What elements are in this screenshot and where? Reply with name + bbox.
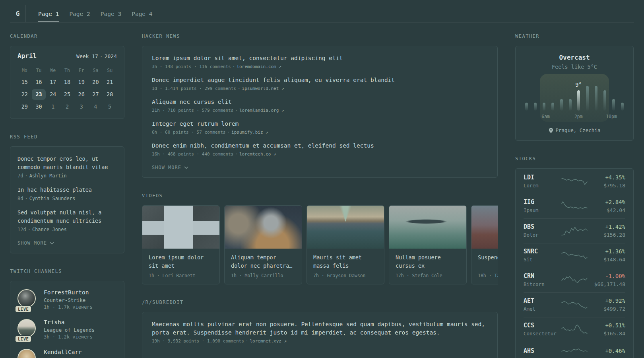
tab-page-3[interactable]: Page 3 — [101, 5, 121, 22]
stock-sparkline — [561, 324, 588, 335]
hn-item-stats: 1d · 1,414 points · 299 comments — [152, 86, 236, 91]
rss-item-author: Chance Jones — [32, 227, 67, 232]
hackernews-card: Lorem ipsum dolor sit amet, consectetur … — [142, 46, 498, 178]
tab-page-1[interactable]: Page 1 — [38, 5, 59, 22]
weather-section: WEATHER Overcast Feels like 5°C 9° 6am2p… — [515, 33, 634, 141]
section-title-videos: VIDEOS — [142, 193, 498, 198]
reddit-post-stats: 19h · 9,932 points · 1,090 comments — [152, 339, 244, 344]
calendar-day: 19 — [74, 77, 89, 88]
left-column: CALENDAR April Week 17·2024 Mo Tu We Th … — [10, 33, 124, 358]
videos-section: VIDEOS Lorem ipsum dolor sit amet consec… — [142, 193, 498, 284]
stock-values: +2.84% $42.04 — [589, 199, 625, 213]
rss-item-title[interactable]: In hac habitasse platea — [17, 186, 117, 194]
twitch-channel-name[interactable]: ForrestBurton — [44, 289, 93, 296]
rss-item-title[interactable]: Sed volutpat nulla nisl, a condimentum n… — [17, 208, 117, 225]
stock-id: CCS Consectetur — [524, 322, 560, 337]
stock-symbol: SNRC — [524, 248, 560, 255]
reddit-post-meta: 19h · 9,932 points · 1,090 comments·lore… — [152, 339, 488, 344]
rss-item-title[interactable]: Donec tempor eros leo, ut commodo mauris… — [17, 155, 117, 171]
stock-symbol: CRN — [524, 272, 560, 280]
videos-row: Lorem ipsum dolor sit amet consectetu… 1… — [142, 205, 498, 284]
stock-values: +1.42% $156.28 — [589, 224, 625, 238]
stock-change: +0.46% — [589, 348, 625, 354]
external-link-icon: ↗ — [284, 339, 287, 344]
hn-item-title[interactable]: Donec enim nibh, condimentum et accumsan… — [152, 142, 488, 150]
weather-bar — [543, 103, 545, 111]
hn-item-domain-link[interactable]: ipsumworld.net — [242, 86, 279, 91]
stock-name: Bitcorn — [524, 281, 560, 287]
section-title-weather: WEATHER — [515, 33, 634, 39]
tab-page-4[interactable]: Page 4 — [132, 5, 152, 22]
video-meta: 18h · Tara — [478, 273, 498, 278]
stock-change: +0.92% — [589, 298, 625, 304]
hn-item-domain-link[interactable]: loremtech.co — [239, 152, 271, 157]
calendar-day: 24 — [46, 89, 60, 100]
calendar-day: 17 — [46, 77, 60, 88]
stock-id: DBS Dolor — [524, 223, 560, 238]
stock-symbol: LDI — [524, 174, 560, 181]
twitch-channel-row[interactable]: LIVE KendallCarr — [17, 349, 117, 358]
live-badge: LIVE — [15, 305, 32, 313]
video-card[interactable]: Nullam posuere cursus ex 17h · Stefan Co… — [389, 205, 467, 284]
subreddit-card: Maecenas mollis pulvinar erat non posuer… — [142, 312, 498, 358]
hn-item-title[interactable]: Aliquam nec cursus elit — [152, 98, 488, 106]
hn-item-meta: 3h · 148 points · 116 comments·loremdoma… — [152, 64, 488, 69]
weather-bar — [525, 103, 528, 111]
video-meta: 17h · Stefan Cole — [396, 273, 460, 278]
hn-item-title[interactable]: Integer eget rutrum lorem — [152, 120, 488, 128]
calendar-day: 27 — [89, 89, 103, 100]
tab-page-2[interactable]: Page 2 — [69, 5, 90, 22]
reddit-post-title[interactable]: Maecenas mollis pulvinar erat non posuer… — [152, 320, 488, 337]
calendar-day-next-month: 2 — [60, 101, 74, 112]
hn-item: Donec imperdiet augue tincidunt felis al… — [152, 76, 488, 91]
weather-location: Prague, Czechia — [524, 127, 625, 133]
external-link-icon: ↗ — [266, 130, 268, 135]
right-column: WEATHER Overcast Feels like 5°C 9° 6am2p… — [515, 33, 634, 358]
rss-item-meta: 12d·Chance Jones — [17, 227, 117, 232]
stock-sparkline — [561, 250, 588, 261]
video-card[interactable]: Lorem ipsum dolor sit amet consectetu… 1… — [142, 205, 220, 284]
live-badge: LIVE — [15, 335, 32, 342]
hn-show-more-button[interactable]: SHOW MORE — [152, 165, 488, 170]
twitch-channel-name[interactable]: KendallCarr — [44, 349, 82, 355]
calendar-week-label: Week 17 — [76, 53, 98, 59]
weather-bar — [551, 103, 554, 111]
stock-row: CCS Consectetur +0.51% $165.84 — [524, 317, 625, 342]
current-temp-label: 9° — [575, 82, 582, 88]
hn-item-title[interactable]: Donec imperdiet augue tincidunt felis al… — [152, 76, 488, 84]
twitch-card: LIVE ForrestBurton Counter-Strike 1h · 1… — [10, 281, 124, 358]
twitch-channel-info: KendallCarr — [44, 349, 82, 358]
hn-item-domain-link[interactable]: loremlandia.org — [239, 108, 279, 113]
section-title-twitch: TWITCH CHANNELS — [10, 268, 124, 274]
weekday-label: Th — [60, 68, 74, 73]
rss-item-time: 8d — [17, 196, 23, 201]
video-card[interactable]: Suspendisse diam 18h · Tara — [471, 205, 498, 284]
twitch-channel-row[interactable]: LIVE Trisha League of Legends 3h · 1.2k … — [17, 319, 117, 340]
reddit-post-domain-link[interactable]: loremnet.xyz — [250, 339, 281, 344]
twitch-channel-row[interactable]: LIVE ForrestBurton Counter-Strike 1h · 1… — [17, 289, 117, 310]
dot-separator: · — [231, 64, 237, 69]
stock-name: Dolor — [524, 232, 560, 238]
calendar-day-selected: 23 — [32, 89, 46, 100]
twitch-avatar-wrap: LIVE — [17, 289, 37, 310]
rss-show-more-button[interactable]: SHOW MORE — [17, 240, 117, 246]
stock-change: +4.35% — [589, 174, 625, 181]
twitch-channel-info: Trisha League of Legends 3h · 1.2k viewe… — [44, 319, 95, 340]
rss-item: Donec tempor eros leo, ut commodo mauris… — [17, 155, 117, 179]
hn-item-domain-link[interactable]: loremdomain.com — [237, 64, 276, 69]
stock-price: $165.84 — [589, 331, 625, 337]
hn-item-domain-link[interactable]: ipsumify.biz — [231, 130, 263, 135]
stock-symbol: CCS — [524, 322, 560, 329]
chevron-down-icon — [50, 242, 54, 245]
hn-item-meta: 6h · 60 points · 57 comments·ipsumify.bi… — [152, 130, 488, 135]
twitch-channel-name[interactable]: Trisha — [44, 319, 95, 325]
hn-item: Integer eget rutrum lorem 6h · 60 points… — [152, 120, 488, 135]
external-link-icon: ↗ — [279, 64, 281, 69]
video-card[interactable]: Aliquam tempor dolor nec pharetra… 1h · … — [224, 205, 302, 284]
stock-symbol: AET — [524, 297, 560, 304]
dashboard: CALENDAR April Week 17·2024 Mo Tu We Th … — [0, 33, 644, 358]
video-card[interactable]: Mauris sit amet massa felis 7h · Grayson… — [306, 205, 384, 284]
weather-bar — [595, 86, 597, 111]
hn-item-title[interactable]: Lorem ipsum dolor sit amet, consectetur … — [152, 54, 488, 62]
app-logo[interactable]: G — [10, 5, 26, 22]
